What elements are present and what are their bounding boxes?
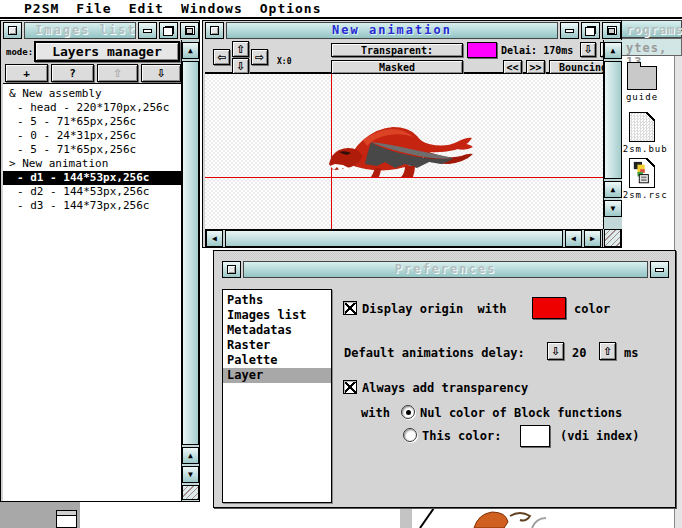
nudge-down-button[interactable]: ⇩ [232, 58, 249, 74]
maximize-icon[interactable] [581, 22, 600, 39]
fuller-icon[interactable] [602, 22, 621, 39]
scrollbar-thumb[interactable] [604, 61, 622, 179]
color-suffix-label: color [574, 302, 610, 316]
menu-windows[interactable]: Windows [181, 1, 243, 16]
category-images-list[interactable]: Images list [223, 308, 331, 323]
preferences-titlebar: Preferences [222, 261, 669, 278]
nul-color-radio[interactable] [401, 405, 415, 419]
delay-label: Delai: 170ms [501, 45, 573, 56]
menu-options[interactable]: Options [260, 1, 322, 16]
list-item[interactable]: > New animation [3, 157, 181, 171]
vertical-scrollbar: ▲ ▲ ▼ [181, 40, 199, 501]
close-icon[interactable] [205, 22, 224, 39]
scroll-left-button[interactable]: ◀ [206, 230, 223, 247]
rsc-thumbnail-art [632, 161, 652, 185]
fuller-icon[interactable] [180, 22, 199, 39]
delay-decrease-button[interactable]: ⇩ [580, 42, 596, 57]
images-list-window: Images list mode: Layers manager + ? ⇧ ⇩… [0, 20, 200, 502]
menu-p2sm[interactable]: P2SM [24, 1, 59, 16]
window-title: Images list [24, 22, 136, 39]
down-arrow-icon: ⇩ [583, 44, 592, 55]
list-item[interactable]: - head - 220*170px,256c [3, 101, 181, 115]
left-arrow-icon: ⇦ [217, 52, 226, 63]
list-item[interactable]: - 0 - 24*31px,256c [3, 129, 181, 143]
layers-list: & New assembly - head - 220*170px,256c -… [3, 83, 181, 501]
category-raster[interactable]: Raster [223, 338, 331, 353]
dragon-sprite [329, 120, 474, 178]
list-item[interactable]: - 5 - 71*65px,256c [3, 115, 181, 129]
scroll-down-button[interactable]: ▼ [604, 200, 622, 217]
scroll-up-button[interactable]: ▲ [604, 181, 622, 198]
mode-selector-button[interactable]: Layers manager [34, 41, 180, 62]
list-item[interactable]: - 5 - 71*65px,256c [3, 143, 181, 157]
scroll-up-button[interactable]: ▲ [182, 42, 199, 59]
next-frame-button[interactable]: >> [526, 60, 545, 74]
preferences-category-list: Paths Images list Metadatas Raster Palet… [222, 289, 332, 503]
delay-decrease-button[interactable]: ⇩ [547, 342, 564, 360]
list-item[interactable]: - d3 - 144*73px,256c [3, 199, 181, 213]
display-origin-label: Display origin with [362, 302, 507, 316]
images-list-titlebar: Images list [3, 22, 199, 39]
this-color-radio[interactable] [403, 428, 417, 442]
move-up-button[interactable]: ⇧ [97, 64, 138, 82]
nudge-up-button[interactable]: ⇧ [232, 41, 249, 57]
mode-label: mode: [6, 47, 33, 57]
menu-edit[interactable]: Edit [129, 1, 164, 16]
transparent-color-swatch[interactable] [467, 42, 497, 58]
display-origin-checkbox[interactable] [343, 301, 357, 315]
up-arrow-icon: ⇧ [603, 346, 612, 357]
nudge-right-button[interactable]: ⇨ [251, 49, 268, 65]
shade-icon[interactable] [560, 22, 579, 39]
shade-icon[interactable] [138, 22, 157, 39]
category-layer-selected[interactable]: Layer [223, 368, 331, 383]
up-arrow-icon: ⇧ [113, 68, 122, 79]
horizontal-scrollbar: ◀ ◀ ▶ [205, 229, 603, 248]
always-transparency-checkbox[interactable] [343, 380, 357, 394]
nudge-left-button[interactable]: ⇦ [213, 49, 230, 65]
transparent-button[interactable]: Transparent: [331, 43, 463, 57]
previous-frame-button[interactable]: << [503, 60, 522, 74]
origin-color-swatch[interactable] [532, 297, 566, 319]
with-label: with [361, 406, 390, 420]
list-item[interactable]: - d2 - 144*53px,256c [3, 185, 181, 199]
shade-icon[interactable] [650, 261, 669, 278]
down-arrow-icon: ⇩ [156, 68, 165, 79]
window-frame [215, 252, 674, 260]
down-arrow-icon: ⇩ [236, 61, 245, 72]
list-item-selected[interactable]: - d1 - 144*53px,256c [3, 171, 181, 185]
close-icon[interactable] [222, 261, 241, 278]
iconified-window-icon[interactable] [56, 510, 77, 528]
list-item[interactable]: & New assembly [3, 87, 181, 101]
new-animation-window: New animation ⇦ ⇧ ⇩ ⇨ X:0 Y:-52 W:144 H:… [202, 20, 622, 248]
category-palette[interactable]: Palette [223, 353, 331, 368]
menu-file[interactable]: File [76, 1, 111, 16]
right-arrow-icon: ⇨ [255, 52, 264, 63]
category-metadatas[interactable]: Metadatas [223, 323, 331, 338]
maximize-icon[interactable] [159, 22, 178, 39]
scrollbar-thumb[interactable] [225, 230, 563, 247]
help-button[interactable]: ? [51, 64, 94, 82]
animation-canvas[interactable] [205, 74, 603, 229]
resize-gripper[interactable] [182, 485, 199, 500]
menu-bar: P2SM File Edit Windows Options [0, 0, 682, 19]
window-title: New animation [226, 22, 558, 39]
scroll-left-button[interactable]: ◀ [565, 230, 582, 247]
scroll-down-button[interactable]: ▼ [182, 466, 199, 483]
scrollbar-thumb[interactable] [182, 61, 199, 445]
delay-increase-button[interactable]: ⇧ [599, 342, 616, 360]
background-image-window [400, 508, 565, 528]
close-icon[interactable] [3, 22, 22, 39]
move-down-button[interactable]: ⇩ [141, 64, 181, 82]
resize-gripper[interactable] [604, 229, 621, 247]
masked-button[interactable]: Masked [331, 60, 463, 74]
up-arrow-icon: ⇧ [236, 44, 245, 55]
animation-toolbar: ⇦ ⇧ ⇩ ⇨ X:0 Y:-52 W:144 H:53 Transparent… [205, 40, 603, 74]
scroll-up-button[interactable]: ▲ [604, 42, 622, 59]
image-file-icon [629, 158, 655, 188]
scroll-right-button[interactable]: ▶ [584, 230, 601, 247]
down-arrow-icon: ⇩ [551, 346, 560, 357]
add-button[interactable]: + [5, 64, 48, 82]
this-color-swatch[interactable] [520, 425, 550, 447]
scroll-up-button[interactable]: ▲ [182, 447, 199, 464]
category-paths[interactable]: Paths [223, 293, 331, 308]
